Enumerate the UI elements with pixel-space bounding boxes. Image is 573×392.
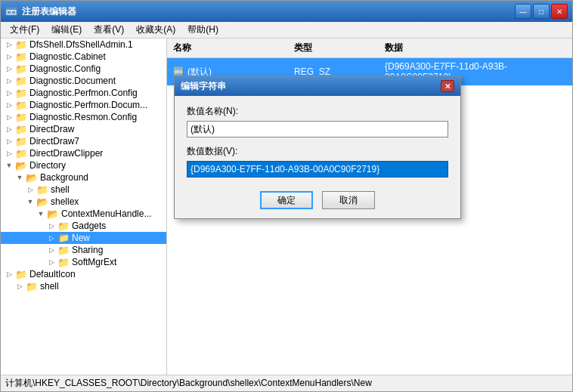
tree-item-shell2[interactable]: ▷ 📁 shell: [1, 280, 166, 292]
menu-bar: 文件(F) 编辑(E) 查看(V) 收藏夹(A) 帮助(H): [1, 22, 572, 39]
expand-icon-sharing[interactable]: ▷: [46, 245, 57, 255]
edit-string-dialog: 编辑字符串 ✕ 数值名称(N): 数值数据(V): 确定 取消: [174, 76, 461, 219]
folder-icon-ctx: 📂: [47, 208, 59, 219]
dialog-ok-button[interactable]: 确定: [260, 191, 313, 209]
title-bar: 注册表编辑器 — □ ✕: [1, 1, 572, 22]
folder-icon-dd: 📁: [15, 124, 27, 134]
tree-item-contextmenu[interactable]: ▼ 📂 ContextMenuHandle...: [1, 208, 166, 220]
tree-label-dperfmon2: Diagnostic.Perfmon.Docum...: [29, 100, 147, 110]
status-bar: 计算机\HKEY_CLASSES_ROOT\Directory\Backgrou…: [1, 375, 572, 391]
dialog-body: 数值名称(N): 数值数据(V): 确定 取消: [175, 96, 460, 218]
tree-label-ctx: ContextMenuHandle...: [61, 208, 151, 219]
folder-icon-shellex: 📂: [36, 196, 48, 207]
expand-icon-gadgets[interactable]: ▷: [46, 221, 57, 231]
col-header-data: 数据: [382, 40, 569, 56]
tree-item-gadgets[interactable]: ▷ 📁 Gadgets: [1, 220, 166, 232]
status-path: 计算机\HKEY_CLASSES_ROOT\Directory\Backgrou…: [5, 377, 372, 390]
minimize-button[interactable]: —: [515, 4, 531, 19]
tree-label-ddc: DirectDrawClipper: [29, 148, 103, 159]
expand-icon-shell[interactable]: ▷: [25, 184, 36, 195]
menu-view[interactable]: 查看(V): [88, 22, 130, 38]
dialog-buttons: 确定 取消: [187, 191, 448, 209]
tree-item-shell[interactable]: ▷ 📁 shell: [1, 184, 166, 196]
tree-label-dconfig: Diagnostic.Config: [29, 63, 101, 74]
expand-icon-dperfmon2[interactable]: ▷: [4, 100, 14, 110]
menu-edit[interactable]: 编辑(E): [45, 22, 88, 38]
folder-icon-ddoc: 📁: [15, 76, 27, 86]
folder-icon-dfsshell: 📁: [15, 39, 27, 50]
tree-item-sharing[interactable]: ▷ 📁 Sharing: [1, 244, 166, 256]
expand-icon-shellex[interactable]: ▼: [25, 196, 36, 207]
expand-icon-ddoc[interactable]: ▷: [4, 76, 14, 86]
expand-icon-dperfmon[interactable]: ▷: [4, 88, 14, 98]
dialog-title-bar: 编辑字符串 ✕: [175, 76, 460, 96]
dialog-title-text: 编辑字符串: [181, 80, 441, 93]
maximize-button[interactable]: □: [533, 4, 550, 19]
folder-icon-gadgets: 📁: [57, 221, 70, 231]
svg-rect-3: [12, 11, 15, 14]
tree-item-new[interactable]: ▷ 📁 New: [1, 232, 166, 244]
tree-item-directdraw7[interactable]: ▷ 📁 DirectDraw7: [1, 135, 166, 147]
tree-item-diagnostic-document[interactable]: ▷ 📁 Diagnostic.Document: [1, 75, 166, 87]
tree-label-new: New: [72, 233, 90, 243]
folder-icon-dperfmon2: 📁: [15, 100, 27, 110]
tree-item-directory[interactable]: ▼ 📂 Directory: [1, 159, 166, 171]
expand-icon-bg[interactable]: ▼: [14, 172, 25, 183]
expand-icon-dd[interactable]: ▷: [4, 124, 14, 134]
expand-icon-new[interactable]: ▷: [46, 233, 57, 243]
expand-icon-dfsshell[interactable]: ▷: [4, 39, 14, 50]
tree-item-defaulticon[interactable]: ▷ 📁 DefaultIcon: [1, 268, 166, 280]
detail-header: 名称 类型 数据: [167, 39, 572, 58]
tree-label-gadgets: Gadgets: [72, 221, 106, 231]
tree-item-diagnostic-perfmon2[interactable]: ▷ 📁 Diagnostic.Perfmon.Docum...: [1, 99, 166, 111]
tree-label-dc: Diagnostic.Cabinet: [29, 51, 106, 62]
dialog-data-input[interactable]: [187, 161, 448, 177]
col-header-name: 名称: [170, 40, 291, 56]
folder-icon-dc: 📁: [15, 51, 27, 62]
tree-item-background[interactable]: ▼ 📂 Background: [1, 171, 166, 184]
tree-label-shellex: shellex: [51, 196, 79, 207]
menu-favorites[interactable]: 收藏夹(A): [130, 22, 181, 38]
expand-icon-dconfig[interactable]: ▷: [4, 63, 14, 74]
folder-icon-dir: 📂: [15, 160, 27, 171]
expand-icon-dc[interactable]: ▷: [4, 51, 14, 62]
expand-icon-di[interactable]: ▷: [4, 269, 14, 279]
folder-icon-new: 📁: [57, 233, 70, 243]
close-button[interactable]: ✕: [551, 4, 568, 19]
expand-icon-dresmon[interactable]: ▷: [4, 112, 14, 122]
folder-icon-dresmon: 📁: [15, 112, 27, 122]
tree-label-dfsshell: DfsShell.DfsShellAdmin.1: [29, 39, 133, 50]
tree-item-diagnostic-config[interactable]: ▷ 📁 Diagnostic.Config: [1, 63, 166, 75]
folder-icon-shell: 📁: [36, 184, 48, 195]
tree-item-dfsshell[interactable]: ▷ 📁 DfsShell.DfsShellAdmin.1: [1, 39, 166, 51]
folder-icon-di: 📁: [15, 269, 27, 279]
dialog-cancel-button[interactable]: 取消: [322, 191, 375, 209]
dialog-data-label: 数值数据(V):: [187, 145, 448, 158]
expand-icon-shell2[interactable]: ▷: [14, 281, 25, 292]
expand-icon-dir[interactable]: ▼: [4, 160, 14, 171]
tree-label-dd7: DirectDraw7: [29, 136, 79, 147]
tree-item-shellex[interactable]: ▼ 📂 shellex: [1, 196, 166, 208]
expand-icon-dd7[interactable]: ▷: [4, 136, 14, 147]
svg-rect-2: [8, 11, 11, 14]
dialog-close-button[interactable]: ✕: [441, 80, 454, 92]
tree-item-diagnostic-perfmon[interactable]: ▷ 📁 Diagnostic.Perfmon.Config: [1, 87, 166, 99]
menu-help[interactable]: 帮助(H): [181, 22, 225, 38]
expand-icon-soft[interactable]: ▷: [46, 257, 57, 267]
expand-icon-ddc[interactable]: ▷: [4, 148, 14, 159]
window-title: 注册表编辑器: [22, 5, 515, 18]
registry-tree[interactable]: ▷ 📁 DfsShell.DfsShellAdmin.1 ▷ 📁 Diagnos…: [1, 39, 167, 375]
tree-label-soft: SoftMgrExt: [72, 257, 116, 267]
expand-icon-ctx[interactable]: ▼: [36, 208, 46, 219]
tree-label-shell2: shell: [40, 281, 59, 292]
tree-item-directdrawclipper[interactable]: ▷ 📁 DirectDrawClipper: [1, 147, 166, 159]
menu-file[interactable]: 文件(F): [4, 22, 45, 38]
tree-label-dperfmon: Diagnostic.Perfmon.Config: [29, 88, 138, 98]
svg-rect-1: [6, 8, 17, 10]
tree-item-diagnostic-resmon[interactable]: ▷ 📁 Diagnostic.Resmon.Config: [1, 111, 166, 123]
tree-item-directdraw[interactable]: ▷ 📁 DirectDraw: [1, 123, 166, 135]
tree-label-dd: DirectDraw: [29, 124, 74, 134]
dialog-name-input[interactable]: [187, 121, 448, 137]
tree-item-softmgrext[interactable]: ▷ 📁 SoftMgrExt: [1, 256, 166, 268]
tree-item-diagnostic-cabinet[interactable]: ▷ 📁 Diagnostic.Cabinet: [1, 51, 166, 63]
